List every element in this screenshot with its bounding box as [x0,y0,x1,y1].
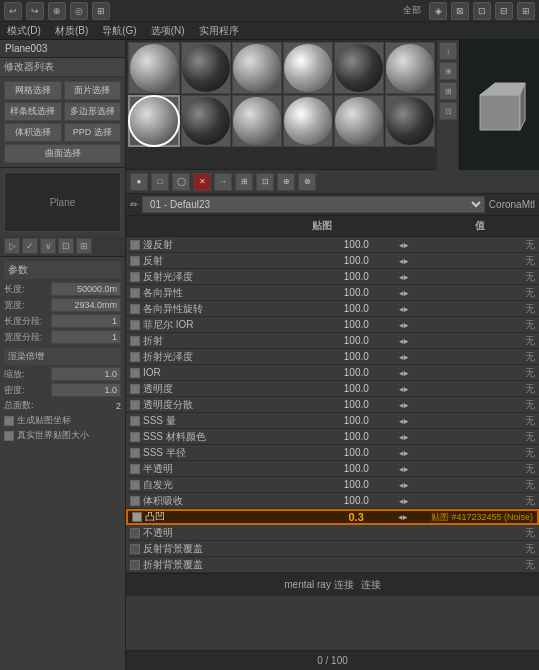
map-link-reflect-bg[interactable]: 无 [407,558,535,572]
map-link-refract-gloss[interactable]: 无 [407,350,535,364]
mat-tool-copy[interactable]: ⊕ [277,173,295,191]
mesh-select-btn[interactable]: 网格选择 [4,81,62,100]
checkbox-bump[interactable] [130,528,140,538]
checkbox-opaque[interactable] [130,544,140,554]
checkbox-diffuse[interactable] [130,240,140,250]
checkbox-opacity[interactable] [130,384,140,394]
mini-btn-5[interactable]: ⊞ [76,238,92,254]
mat-tool-cyl[interactable]: ◯ [172,173,190,191]
length-input[interactable] [51,282,121,296]
ppd-select-btn[interactable]: PPD 选择 [64,123,122,142]
mat-tool-pick[interactable]: ⊡ [256,173,274,191]
tool5[interactable]: ◈ [429,2,447,20]
map-link-fresnel[interactable]: 无 [407,318,535,332]
material-ball-0[interactable] [128,42,180,94]
checkbox-sss-radius[interactable] [130,448,140,458]
mat-tool-paste[interactable]: ⊗ [298,173,316,191]
checkbox-reflect[interactable] [130,256,140,266]
material-ball-10[interactable] [334,95,384,147]
side-tool-1[interactable]: ↕ [439,42,457,60]
checkbox-refract[interactable] [130,336,140,346]
map-row-displacement[interactable]: 凸凹 0.3 ◂▸ 贴图 #417232455 (Noise) [126,509,539,525]
mat-tool-arrow[interactable]: → [214,173,232,191]
checkbox-selfillum[interactable] [130,480,140,490]
tool6[interactable]: ⊠ [451,2,469,20]
mini-btn-2[interactable]: ✓ [22,238,38,254]
tool2[interactable]: ◎ [70,2,88,20]
map-link-reflect[interactable]: 无 [407,254,535,268]
checkbox-aniso-rot[interactable] [130,304,140,314]
map-link-ior[interactable]: 无 [407,366,535,380]
tool7[interactable]: ⊡ [473,2,491,20]
maps-section[interactable]: 漫反射 100.0 ◂▸ 无 反射 100.0 ◂▸ 无 反射光泽度 100.0… [126,237,539,650]
mini-btn-4[interactable]: ⊡ [58,238,74,254]
material-ball-2[interactable] [232,42,282,94]
material-ball-8[interactable] [232,95,282,147]
map-link-sss-radius[interactable]: 无 [407,446,535,460]
material-ball-6[interactable] [128,95,180,147]
map-link-translucent[interactable]: 无 [407,462,535,476]
checkbox-translucent[interactable] [130,464,140,474]
map-link-bump[interactable]: 无 [407,526,535,540]
map-link-sss-color[interactable]: 无 [407,430,535,444]
mini-btn-1[interactable]: ▷ [4,238,20,254]
map-link-diffuse[interactable]: 无 [407,238,535,252]
material-ball-3[interactable] [283,42,333,94]
map-link-sss-amount[interactable]: 无 [407,414,535,428]
map-link-selfillum[interactable]: 无 [407,478,535,492]
menu-nav[interactable]: 导航(G) [99,24,139,38]
checkbox-sss-color[interactable] [130,432,140,442]
tool1[interactable]: ⊕ [48,2,66,20]
menu-options[interactable]: 选项(N) [148,24,188,38]
tool3[interactable]: ⊞ [92,2,110,20]
map-link-displacement[interactable]: 贴图 #417232455 (Noise) [406,511,533,524]
surface-select-btn[interactable]: 曲面选择 [4,144,121,163]
material-ball-1[interactable] [181,42,231,94]
map-link-opacity[interactable]: 无 [407,382,535,396]
redo-btn[interactable]: ↪ [26,2,44,20]
tool9[interactable]: ⊞ [517,2,535,20]
checkbox-sss-amount[interactable] [130,416,140,426]
menu-material[interactable]: 材质(B) [52,24,91,38]
undo-btn[interactable]: ↩ [4,2,22,20]
mat-tool-sphere[interactable]: ● [130,173,148,191]
scale-input[interactable] [51,367,121,381]
multi-select-btn[interactable]: 多边形选择 [64,102,122,121]
mat-tool-cube[interactable]: □ [151,173,169,191]
material-ball-11[interactable] [385,95,435,147]
checkbox-ior[interactable] [130,368,140,378]
side-tool-4[interactable]: ⊡ [439,102,457,120]
sample-select-btn[interactable]: 样条线选择 [4,102,62,121]
map-link-opaque[interactable]: 无 [407,542,535,556]
checkbox-displacement[interactable] [132,512,142,522]
checkbox-reflect-bg[interactable] [130,560,140,570]
gen-coords-checkbox[interactable] [4,416,14,426]
gen-coords-row[interactable]: 生成贴图坐标 [4,414,121,427]
checkbox-reflect-gloss[interactable] [130,272,140,282]
material-ball-4[interactable] [334,42,384,94]
checkbox-refract-gloss[interactable] [130,352,140,362]
map-link-vol-absorb[interactable]: 无 [407,494,535,508]
map-link-aniso[interactable]: 无 [407,286,535,300]
mat-tool-grid[interactable]: ⊞ [235,173,253,191]
map-link-reflect-gloss[interactable]: 无 [407,270,535,284]
material-ball-9[interactable] [283,95,333,147]
width-input[interactable] [51,298,121,312]
menu-mode[interactable]: 模式(D) [4,24,44,38]
density-input[interactable] [51,383,121,397]
checkbox-vol-absorb[interactable] [130,496,140,506]
body-select-btn[interactable]: 体积选择 [4,123,62,142]
side-tool-3[interactable]: ⊞ [439,82,457,100]
map-link-refract[interactable]: 无 [407,334,535,348]
face-select-btn[interactable]: 面片选择 [64,81,122,100]
map-link-opacity-scat[interactable]: 无 [407,398,535,412]
material-ball-5[interactable] [385,42,435,94]
width-segs-input[interactable] [51,330,121,344]
checkbox-fresnel[interactable] [130,320,140,330]
checkbox-aniso[interactable] [130,288,140,298]
real-size-checkbox[interactable] [4,431,14,441]
side-tool-2[interactable]: ⊕ [439,62,457,80]
menu-utils[interactable]: 实用程序 [196,24,242,38]
length-segs-input[interactable] [51,314,121,328]
checkbox-opacity-scat[interactable] [130,400,140,410]
